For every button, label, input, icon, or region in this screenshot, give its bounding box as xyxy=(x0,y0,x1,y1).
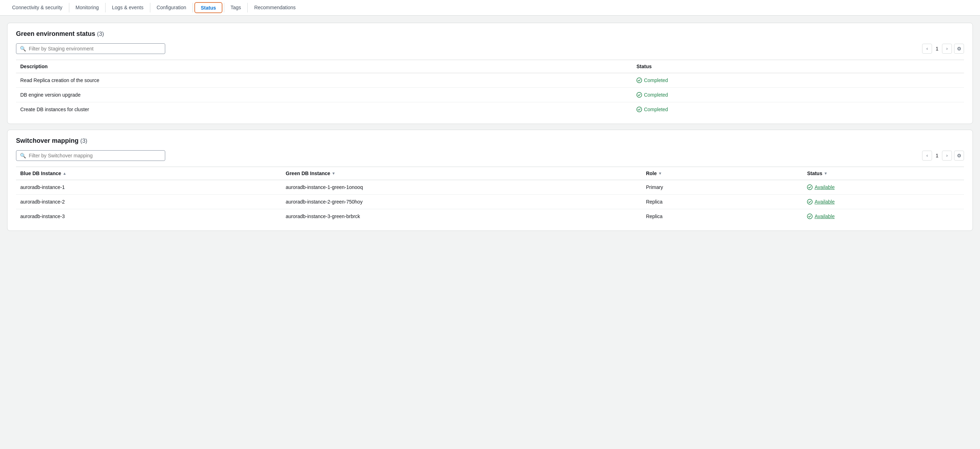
check-circle-icon xyxy=(636,106,642,112)
svg-point-0 xyxy=(637,78,642,83)
sort-arrow-blue[interactable]: ▲ xyxy=(62,171,67,176)
switchover-next-btn[interactable]: › xyxy=(942,151,952,160)
tab-tags[interactable]: Tags xyxy=(224,0,248,15)
table-row: Create DB instances for cluster Complete… xyxy=(16,102,964,117)
green-status-description: Read Replica creation of the source xyxy=(16,73,632,88)
sort-arrow-sw-status[interactable]: ▼ xyxy=(824,171,827,176)
switchover-pagination: ‹ 1 › ⚙ xyxy=(922,151,964,160)
table-row: DB engine version upgrade Completed xyxy=(16,88,964,102)
green-status-search-input[interactable] xyxy=(29,46,161,51)
search-icon-2: 🔍 xyxy=(20,153,26,159)
check-circle-icon xyxy=(636,78,642,83)
tab-status[interactable]: Status xyxy=(194,2,223,13)
green-status-search-box[interactable]: 🔍 xyxy=(16,43,165,54)
switchover-settings-btn[interactable]: ⚙ xyxy=(954,151,964,160)
sw-role: Replica xyxy=(642,209,803,224)
col-header-description: Description xyxy=(16,60,632,73)
table-row: auroradb-instance-1 auroradb-instance-1-… xyxy=(16,180,964,195)
sw-role: Primary xyxy=(642,180,803,195)
col-header-blue-db: Blue DB Instance ▲ xyxy=(16,167,282,180)
sw-green-instance: auroradb-instance-2-green-750hoy xyxy=(282,195,642,209)
green-status-page-num: 1 xyxy=(934,46,940,51)
green-status-panel: Green environment status (3) 🔍 ‹ 1 › ⚙ D… xyxy=(7,23,973,124)
sw-status: Available xyxy=(803,209,964,224)
green-status-filter-row: 🔍 ‹ 1 › ⚙ xyxy=(16,43,964,54)
green-status-status: Completed xyxy=(632,88,964,102)
col-header-green-db: Green DB Instance ▼ xyxy=(282,167,642,180)
sw-blue-instance: auroradb-instance-1 xyxy=(16,180,282,195)
tab-configuration[interactable]: Configuration xyxy=(150,0,192,15)
green-status-description: Create DB instances for cluster xyxy=(16,102,632,117)
svg-point-2 xyxy=(637,107,642,112)
tab-monitoring[interactable]: Monitoring xyxy=(69,0,105,15)
switchover-search-box[interactable]: 🔍 xyxy=(16,150,165,161)
sw-status: Available xyxy=(803,195,964,209)
col-header-role: Role ▼ xyxy=(642,167,803,180)
green-status-description: DB engine version upgrade xyxy=(16,88,632,102)
table-row: Read Replica creation of the source Comp… xyxy=(16,73,964,88)
svg-point-4 xyxy=(807,199,812,204)
green-status-table: Description Status Read Replica creation… xyxy=(16,60,964,116)
check-circle-available-icon xyxy=(807,184,813,190)
green-status-status: Completed xyxy=(632,102,964,117)
switchover-title: Switchover mapping (3) xyxy=(16,137,964,144)
tab-logs[interactable]: Logs & events xyxy=(105,0,150,15)
col-header-status: Status xyxy=(632,60,964,73)
switchover-count: (3) xyxy=(80,138,88,144)
check-circle-icon xyxy=(636,92,642,98)
search-icon: 🔍 xyxy=(20,46,26,51)
switchover-page-num: 1 xyxy=(934,153,940,159)
svg-point-3 xyxy=(807,185,812,190)
tab-connectivity[interactable]: Connectivity & security xyxy=(6,0,69,15)
tab-bar: Connectivity & security Monitoring Logs … xyxy=(0,0,980,16)
switchover-prev-btn[interactable]: ‹ xyxy=(922,151,932,160)
tab-recommendations[interactable]: Recommendations xyxy=(248,0,302,15)
check-circle-available-icon xyxy=(807,214,813,219)
switchover-filter-row: 🔍 ‹ 1 › ⚙ xyxy=(16,150,964,161)
sw-role: Replica xyxy=(642,195,803,209)
table-row: auroradb-instance-3 auroradb-instance-3-… xyxy=(16,209,964,224)
green-status-title: Green environment status (3) xyxy=(16,30,964,38)
table-row: auroradb-instance-2 auroradb-instance-2-… xyxy=(16,195,964,209)
switchover-search-input[interactable] xyxy=(29,153,161,159)
switchover-table: Blue DB Instance ▲ Green DB Instance ▼ R… xyxy=(16,167,964,224)
green-status-status: Completed xyxy=(632,73,964,88)
svg-point-5 xyxy=(807,214,812,219)
sw-green-instance: auroradb-instance-3-green-brbrck xyxy=(282,209,642,224)
green-status-pagination: ‹ 1 › ⚙ xyxy=(922,44,964,54)
green-status-prev-btn[interactable]: ‹ xyxy=(922,44,932,54)
sw-blue-instance: auroradb-instance-2 xyxy=(16,195,282,209)
switchover-panel: Switchover mapping (3) 🔍 ‹ 1 › ⚙ Blue D xyxy=(7,130,973,231)
tab-separator-4 xyxy=(192,3,193,13)
sw-green-instance: auroradb-instance-1-green-1onooq xyxy=(282,180,642,195)
check-circle-available-icon xyxy=(807,199,813,205)
col-header-sw-status: Status ▼ xyxy=(803,167,964,180)
sort-arrow-green[interactable]: ▼ xyxy=(331,171,336,176)
sw-status: Available xyxy=(803,180,964,195)
green-status-settings-btn[interactable]: ⚙ xyxy=(954,44,964,54)
sw-blue-instance: auroradb-instance-3 xyxy=(16,209,282,224)
green-status-next-btn[interactable]: › xyxy=(942,44,952,54)
svg-point-1 xyxy=(637,92,642,97)
green-status-count: (3) xyxy=(97,31,104,37)
sort-arrow-role[interactable]: ▼ xyxy=(658,171,662,176)
main-content: Green environment status (3) 🔍 ‹ 1 › ⚙ D… xyxy=(0,16,980,238)
